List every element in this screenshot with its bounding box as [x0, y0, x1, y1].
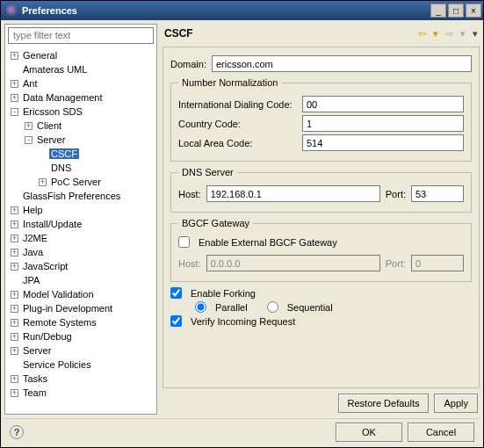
apply-button[interactable]: Apply: [434, 394, 478, 413]
expand-icon[interactable]: +: [11, 347, 18, 355]
minimize-button[interactable]: _: [430, 4, 446, 18]
expand-icon[interactable]: +: [11, 206, 18, 214]
tree-item[interactable]: +Plug-in Development: [5, 301, 156, 315]
tree-item-label[interactable]: Run/Debug: [21, 331, 74, 342]
tree-item[interactable]: +Server: [5, 343, 156, 358]
bgcf-enable-checkbox[interactable]: [178, 236, 190, 248]
tree-item[interactable]: +General: [5, 48, 156, 62]
ok-button[interactable]: OK: [336, 423, 402, 442]
tree-item[interactable]: +Data Management: [5, 90, 156, 105]
tree-item-label[interactable]: PoC Server: [49, 177, 103, 187]
tree-item[interactable]: +Java: [5, 245, 156, 259]
tree-item-label[interactable]: Tasks: [21, 373, 49, 384]
close-button[interactable]: ×: [466, 4, 481, 18]
tree-item-label[interactable]: JPA: [21, 275, 41, 285]
tree-item-label[interactable]: GlassFish Preferences: [21, 191, 122, 201]
tree-item[interactable]: +Install/Update: [5, 217, 156, 231]
tree-item[interactable]: +J2ME: [5, 231, 156, 245]
tree-item[interactable]: +PoC Server: [5, 175, 156, 189]
domain-input[interactable]: [212, 55, 472, 72]
forking-parallel-radio[interactable]: [195, 301, 206, 313]
tree-item[interactable]: +Help: [5, 203, 156, 217]
tree-item-label[interactable]: J2ME: [21, 233, 49, 243]
restore-defaults-button[interactable]: Restore Defaults: [338, 394, 430, 413]
expand-icon[interactable]: +: [11, 94, 18, 102]
preference-tree[interactable]: +GeneralAmateras UML+Ant+Data Management…: [5, 47, 156, 414]
tree-item-label[interactable]: Remote Systems: [21, 317, 98, 328]
tree-item[interactable]: GlassFish Preferences: [5, 189, 156, 203]
verify-checkbox[interactable]: [170, 315, 182, 327]
idc-input[interactable]: [302, 96, 464, 112]
expand-icon[interactable]: +: [11, 52, 18, 60]
tree-item[interactable]: Amateras UML: [5, 62, 156, 76]
expand-icon[interactable]: +: [11, 319, 18, 327]
expand-icon[interactable]: +: [11, 249, 18, 257]
verify-label[interactable]: Verify Incoming Request: [191, 316, 295, 327]
tree-item-label[interactable]: JavaScript: [21, 261, 69, 271]
nav-back-icon[interactable]: ⇦: [418, 28, 426, 40]
tree-item[interactable]: DNS: [5, 161, 156, 175]
enable-forking-checkbox[interactable]: [170, 287, 182, 299]
tree-item[interactable]: Service Policies: [5, 358, 156, 372]
tree-item-label[interactable]: General: [21, 50, 59, 61]
tree-item-label[interactable]: Model Validation: [21, 289, 96, 300]
cc-input[interactable]: [302, 115, 464, 132]
bgcf-enable-label[interactable]: Enable External BGCF Gateway: [199, 237, 337, 248]
expand-icon[interactable]: +: [25, 122, 33, 130]
tree-item-label[interactable]: Amateras UML: [21, 64, 89, 75]
tree-item-label[interactable]: Service Policies: [21, 359, 93, 370]
tree-item[interactable]: -Ericsson SDS: [5, 105, 156, 119]
maximize-button[interactable]: □: [448, 4, 464, 18]
lac-input[interactable]: [302, 134, 464, 151]
tree-item[interactable]: JPA: [5, 273, 156, 287]
expand-icon[interactable]: +: [11, 389, 18, 397]
tree-item-label[interactable]: Help: [21, 205, 45, 215]
collapse-icon[interactable]: -: [11, 108, 18, 116]
tree-item-label[interactable]: Server: [35, 134, 67, 145]
tree-item[interactable]: -Server: [5, 133, 156, 147]
expand-icon[interactable]: +: [11, 220, 18, 228]
tree-item[interactable]: +Model Validation: [5, 287, 156, 301]
tree-item[interactable]: +Remote Systems: [5, 315, 156, 329]
collapse-icon[interactable]: -: [25, 136, 33, 144]
expand-icon[interactable]: +: [11, 305, 18, 313]
tree-item[interactable]: +Client: [5, 119, 156, 133]
help-icon[interactable]: ?: [10, 425, 24, 439]
tree-item-label[interactable]: DNS: [49, 163, 73, 173]
tree-item[interactable]: +JavaScript: [5, 259, 156, 273]
tree-item-label[interactable]: Server: [21, 345, 53, 356]
tree-item-label[interactable]: CSCF: [49, 148, 79, 159]
tree-item[interactable]: CSCF: [5, 147, 156, 161]
tree-item-label[interactable]: Data Management: [21, 92, 105, 103]
tree-item[interactable]: +Tasks: [5, 372, 156, 386]
expand-icon[interactable]: +: [11, 235, 18, 242]
tree-item-label[interactable]: Ant: [21, 78, 40, 89]
expand-icon[interactable]: +: [11, 375, 18, 383]
forking-sequential-radio[interactable]: [267, 301, 278, 313]
expand-icon[interactable]: +: [39, 178, 47, 186]
tree-item-label[interactable]: Team: [21, 387, 48, 398]
expand-icon[interactable]: +: [11, 291, 18, 299]
dns-port-input[interactable]: [411, 185, 464, 202]
view-menu-icon[interactable]: ▾: [473, 28, 478, 40]
tree-item[interactable]: +Run/Debug: [5, 329, 156, 343]
nav-back-menu-icon[interactable]: ▾: [433, 28, 438, 40]
tree-item[interactable]: +Ant: [5, 76, 156, 90]
tree-spacer: [11, 66, 18, 74]
expand-icon[interactable]: +: [11, 333, 18, 341]
expand-icon[interactable]: +: [11, 80, 18, 88]
tree-item-label[interactable]: Install/Update: [21, 219, 83, 229]
tree-item-label[interactable]: Plug-in Development: [21, 303, 114, 314]
dns-host-input[interactable]: [206, 185, 380, 202]
tree-item-label[interactable]: Ericsson SDS: [21, 106, 84, 117]
filter-input[interactable]: [11, 29, 150, 41]
bgcf-host-input: [206, 255, 380, 271]
tree-item[interactable]: +Team: [5, 386, 156, 400]
tree-item-label[interactable]: Java: [21, 247, 45, 257]
cancel-button[interactable]: Cancel: [408, 423, 474, 442]
forking-sequential-label[interactable]: Sequential: [287, 302, 333, 313]
enable-forking-label[interactable]: Enable Forking: [191, 288, 256, 299]
forking-parallel-label[interactable]: Parallel: [215, 302, 248, 313]
expand-icon[interactable]: +: [11, 263, 18, 271]
tree-item-label[interactable]: Client: [35, 120, 63, 131]
